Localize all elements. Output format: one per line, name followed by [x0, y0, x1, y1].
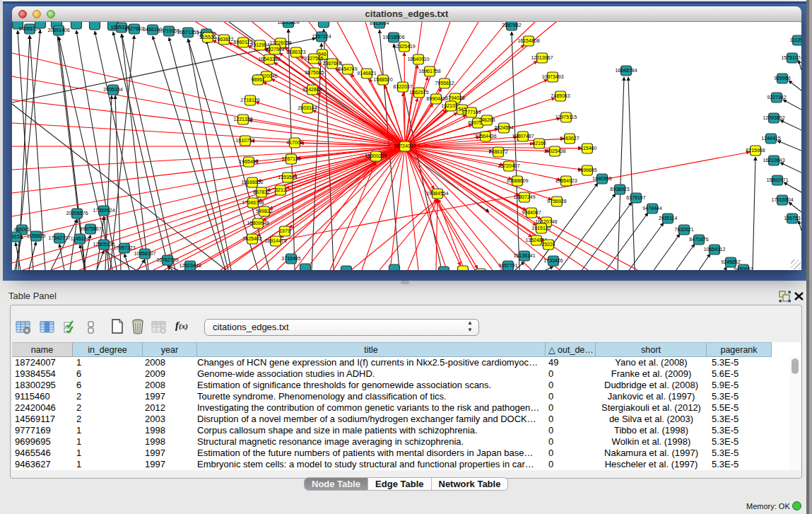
- svg-text:10958107: 10958107: [134, 251, 155, 256]
- svg-text:1527602: 1527602: [124, 26, 143, 31]
- svg-text:867832: 867832: [253, 189, 269, 194]
- svg-text:1965493: 1965493: [239, 159, 258, 164]
- svg-text:12975115: 12975115: [555, 115, 577, 119]
- svg-text:9450652: 9450652: [734, 267, 753, 270]
- svg-text:16914479: 16914479: [264, 238, 286, 243]
- svg-text:62160: 62160: [532, 141, 546, 146]
- svg-text:2887682: 2887682: [502, 23, 521, 28]
- svg-text:12325419: 12325419: [393, 44, 415, 49]
- svg-text:3716485: 3716485: [281, 256, 300, 261]
- svg-text:17046798: 17046798: [242, 200, 264, 205]
- svg-text:16671355: 16671355: [177, 30, 199, 35]
- svg-text:9657791: 9657791: [498, 263, 517, 268]
- svg-text:6379197: 6379197: [626, 195, 645, 200]
- svg-text:12505135: 12505135: [93, 242, 114, 247]
- svg-text:1362615: 1362615: [409, 90, 428, 95]
- svg-text:39151: 39151: [12, 234, 23, 239]
- svg-text:19654923: 19654923: [555, 178, 577, 183]
- svg-text:7663822: 7663822: [214, 37, 233, 42]
- svg-text:515526: 515526: [199, 35, 216, 40]
- svg-text:15720407: 15720407: [498, 163, 519, 168]
- svg-text:1979: 1979: [279, 228, 290, 233]
- svg-text:16648784: 16648784: [615, 68, 637, 73]
- svg-text:126753: 126753: [784, 216, 800, 221]
- svg-text:1610752: 1610752: [235, 138, 254, 143]
- svg-text:2935114: 2935114: [659, 216, 678, 221]
- svg-text:19218506: 19218506: [382, 35, 404, 40]
- svg-text:10025438: 10025438: [543, 148, 565, 153]
- svg-text:25224: 25224: [541, 242, 555, 247]
- svg-text:2005334: 2005334: [103, 87, 122, 92]
- svg-text:1156829: 1156829: [27, 233, 46, 238]
- svg-text:9474444: 9474444: [642, 206, 661, 211]
- svg-text:18300295: 18300295: [365, 153, 387, 158]
- svg-text:8938923: 8938923: [610, 187, 629, 192]
- svg-text:111254: 111254: [790, 37, 801, 42]
- svg-text:98961: 98961: [251, 77, 265, 82]
- svg-text:9227342: 9227342: [767, 95, 786, 100]
- svg-text:9756928: 9756928: [547, 199, 566, 204]
- svg-text:15751074: 15751074: [781, 55, 801, 60]
- svg-text:19384554: 19384554: [426, 191, 448, 196]
- svg-text:7386372: 7386372: [488, 149, 507, 154]
- svg-text:16782759: 16782759: [156, 257, 178, 262]
- svg-text:746266: 746266: [478, 117, 495, 122]
- svg-text:20564436: 20564436: [474, 134, 496, 139]
- svg-text:1733426: 1733426: [543, 258, 563, 263]
- svg-text:16543382: 16543382: [258, 57, 280, 62]
- svg-text:8471676: 8471676: [689, 237, 708, 242]
- svg-text:7632621: 7632621: [674, 227, 693, 232]
- svg-text:20206576: 20206576: [66, 211, 88, 216]
- svg-text:9327508: 9327508: [265, 47, 284, 52]
- svg-text:1221338: 1221338: [233, 117, 252, 122]
- svg-text:2718126: 2718126: [240, 98, 259, 103]
- svg-text:2803144: 2803144: [298, 105, 317, 110]
- svg-text:9777169: 9777169: [461, 110, 481, 115]
- svg-text:9245652: 9245652: [721, 259, 740, 264]
- svg-text:7625402: 7625402: [242, 236, 261, 241]
- svg-text:9463627: 9463627: [560, 136, 579, 141]
- svg-text:9699695: 9699695: [577, 168, 596, 173]
- svg-text:7485063: 7485063: [551, 93, 570, 98]
- svg-text:19166852: 19166852: [241, 180, 263, 185]
- svg-text:9242848: 9242848: [302, 87, 322, 92]
- svg-text:12923448: 12923448: [179, 263, 201, 268]
- svg-text:3212: 3212: [275, 187, 286, 192]
- svg-text:2367608: 2367608: [322, 61, 341, 66]
- svg-text:929966: 929966: [774, 76, 790, 81]
- svg-text:1244415: 1244415: [761, 136, 780, 141]
- svg-text:16961758: 16961758: [418, 69, 440, 74]
- svg-text:99975867: 99975867: [79, 226, 101, 231]
- svg-text:1615132: 1615132: [531, 226, 551, 230]
- svg-text:10807487: 10807487: [512, 134, 534, 139]
- svg-text:18640910: 18640910: [407, 57, 429, 62]
- svg-text:9327505: 9327505: [304, 56, 323, 61]
- svg-text:12213967: 12213967: [531, 55, 553, 60]
- svg-text:8186323: 8186323: [286, 49, 305, 54]
- svg-text:6794028: 6794028: [445, 95, 464, 100]
- svg-text:9115460: 9115460: [578, 146, 597, 151]
- svg-text:8215958: 8215958: [746, 148, 765, 153]
- svg-text:1588520: 1588520: [373, 77, 392, 82]
- svg-text:7357224: 7357224: [312, 34, 331, 39]
- svg-text:16210643: 16210643: [763, 158, 784, 163]
- svg-text:8813054: 8813054: [370, 22, 389, 25]
- svg-text:18807249: 18807249: [513, 194, 535, 199]
- svg-text:549822: 549822: [256, 209, 272, 214]
- svg-text:15136141: 15136141: [513, 253, 535, 258]
- svg-text:17957223: 17957223: [113, 245, 135, 250]
- svg-text:18724007: 18724007: [394, 144, 416, 148]
- svg-text:1640955: 1640955: [592, 176, 611, 181]
- svg-text:3267130: 3267130: [281, 156, 300, 161]
- svg-text:8990448: 8990448: [426, 96, 445, 101]
- svg-text:1145194: 1145194: [71, 236, 90, 241]
- svg-text:465001: 465001: [13, 227, 30, 232]
- svg-text:15692971: 15692971: [766, 177, 788, 182]
- svg-text:17359924: 17359924: [93, 208, 114, 213]
- svg-text:16033809: 16033809: [277, 22, 299, 25]
- svg-text:10654112: 10654112: [704, 247, 726, 252]
- svg-text:3675685: 3675685: [305, 70, 324, 75]
- svg-text:17342737: 17342737: [48, 235, 70, 240]
- svg-text:9084067: 9084067: [522, 210, 541, 215]
- svg-text:16154808: 16154808: [517, 38, 539, 43]
